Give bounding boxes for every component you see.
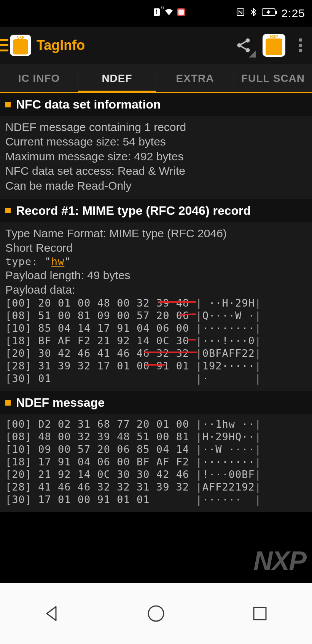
notification-alert-icon: [152, 7, 161, 19]
record-type-row: type: "hw": [5, 256, 307, 268]
bullet-icon: [5, 102, 11, 107]
nav-recent-button[interactable]: [249, 603, 271, 624]
section-header-msg: NDEF message: [0, 391, 312, 414]
status-bar: 6 2:25: [0, 0, 312, 27]
overflow-menu-button[interactable]: [293, 38, 308, 52]
info-line: Current message size: 54 bytes: [5, 134, 307, 149]
system-nav-bar: [0, 583, 312, 644]
record-short: Short Record: [5, 241, 307, 255]
bullet-icon: [5, 400, 11, 406]
app-logo-icon: NXP: [10, 35, 31, 56]
record-payload-label: Payload data:: [5, 283, 307, 297]
app-bar: NXP TagInfo NXP: [0, 27, 312, 64]
section-body-record: Type Name Format: MIME type (RFC 2046) S…: [0, 222, 312, 391]
info-line: NFC data set access: Read & Write: [5, 164, 307, 178]
menu-button[interactable]: [0, 38, 8, 53]
tab-label: IC INFO: [18, 72, 60, 85]
section-header-record: Record #1: MIME type (RFC 2046) record: [0, 199, 312, 222]
svg-rect-1: [156, 10, 157, 13]
info-line: NDEF message containing 1 record: [5, 120, 307, 134]
wifi-icon: 6: [164, 7, 174, 19]
battery-charging-icon: [262, 7, 278, 19]
svg-rect-12: [254, 607, 266, 620]
section-body-info: NDEF message containing 1 recordCurrent …: [0, 116, 312, 199]
tab-strip: IC INFO NDEF EXTRA FULL SCAN: [0, 64, 312, 93]
app-title: TagInfo: [37, 37, 232, 53]
section-title: NDEF message: [16, 396, 105, 410]
info-line: Can be made Read-Only: [5, 179, 307, 193]
content-scroll[interactable]: NFC data set information NDEF message co…: [0, 93, 312, 512]
nxp-watermark: NXP: [253, 546, 306, 576]
record-tnf: Type Name Format: MIME type (RFC 2046): [5, 226, 307, 241]
svg-rect-7: [275, 11, 277, 14]
section-header-info: NFC data set information: [0, 93, 312, 116]
bluetooth-icon: [249, 7, 258, 19]
tab-label: EXTRA: [176, 72, 214, 85]
notification-app-icon: [177, 7, 186, 19]
section-body-msg: [00] D2 02 31 68 77 20 01 00 |··1hw ··| …: [0, 414, 312, 512]
tab-full-scan[interactable]: FULL SCAN: [234, 64, 312, 93]
tab-ic-info[interactable]: IC INFO: [0, 64, 78, 93]
svg-point-11: [148, 606, 164, 621]
section-title: NFC data set information: [16, 97, 161, 112]
section-title: Record #1: MIME type (RFC 2046) record: [16, 204, 251, 218]
tab-label: NDEF: [102, 72, 132, 85]
bullet-icon: [5, 208, 11, 213]
nav-back-button[interactable]: [41, 603, 63, 624]
hexdump-msg: [00] D2 02 31 68 77 20 01 00 |··1hw ··| …: [5, 418, 307, 506]
tab-label: FULL SCAN: [241, 72, 305, 85]
tagwriter-button[interactable]: NXP: [263, 34, 285, 57]
status-clock: 2:25: [282, 7, 305, 20]
hexdump-record: [00] 20 01 00 48 00 32 39 48 | ··H·29H| …: [5, 297, 307, 385]
nav-home-button[interactable]: [145, 603, 167, 624]
info-line: Maximum message size: 492 bytes: [5, 149, 307, 164]
svg-rect-4: [178, 10, 184, 15]
nfc-icon: [236, 7, 245, 19]
share-button[interactable]: [232, 34, 255, 57]
svg-rect-2: [156, 13, 157, 14]
record-type-link[interactable]: hw: [51, 256, 65, 267]
tab-ndef[interactable]: NDEF: [78, 64, 156, 93]
record-payload-len: Payload length: 49 bytes: [5, 268, 307, 283]
tab-extra[interactable]: EXTRA: [156, 64, 234, 93]
